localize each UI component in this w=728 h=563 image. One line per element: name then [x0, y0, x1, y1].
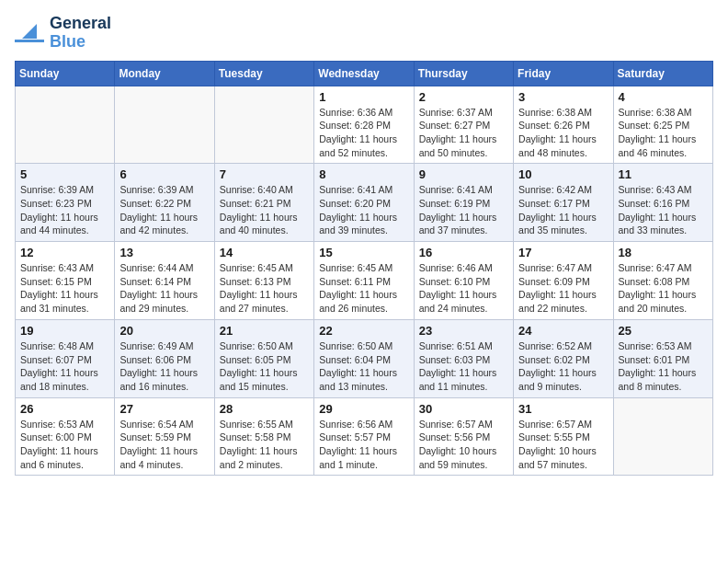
calendar-header-thursday: Thursday: [414, 61, 513, 86]
day-number: 14: [220, 246, 309, 259]
calendar-cell: 12Sunrise: 6:43 AM Sunset: 6:15 PM Dayli…: [16, 242, 115, 320]
day-number: 21: [220, 324, 309, 338]
calendar-cell: 27Sunrise: 6:54 AM Sunset: 5:59 PM Dayli…: [115, 397, 214, 476]
day-info: Sunrise: 6:48 AM Sunset: 6:07 PM Dayligh…: [20, 339, 109, 394]
calendar-cell: 2Sunrise: 6:37 AM Sunset: 6:27 PM Daylig…: [414, 86, 513, 164]
calendar-header-sunday: Sunday: [16, 61, 115, 86]
day-number: 27: [119, 402, 209, 416]
calendar-cell: 3Sunrise: 6:38 AM Sunset: 6:26 PM Daylig…: [514, 86, 613, 164]
day-info: Sunrise: 6:57 AM Sunset: 5:56 PM Dayligh…: [419, 418, 508, 472]
day-info: Sunrise: 6:50 AM Sunset: 6:04 PM Dayligh…: [319, 339, 408, 394]
day-info: Sunrise: 6:41 AM Sunset: 6:20 PM Dayligh…: [319, 183, 408, 237]
calendar-week-2: 5Sunrise: 6:39 AM Sunset: 6:23 PM Daylig…: [16, 164, 713, 242]
day-number: 28: [220, 402, 309, 416]
day-number: 22: [319, 324, 408, 338]
day-number: 2: [419, 90, 508, 104]
calendar-cell: 28Sunrise: 6:55 AM Sunset: 5:58 PM Dayli…: [214, 397, 313, 476]
day-info: Sunrise: 6:47 AM Sunset: 6:08 PM Dayligh…: [619, 261, 708, 316]
calendar-cell: 29Sunrise: 6:56 AM Sunset: 5:57 PM Dayli…: [314, 397, 414, 476]
calendar-header-friday: Friday: [514, 61, 613, 86]
day-info: Sunrise: 6:41 AM Sunset: 6:19 PM Dayligh…: [419, 183, 508, 237]
day-info: Sunrise: 6:51 AM Sunset: 6:03 PM Dayligh…: [419, 339, 508, 394]
day-info: Sunrise: 6:45 AM Sunset: 6:13 PM Dayligh…: [220, 261, 309, 316]
day-number: 11: [619, 167, 708, 181]
day-number: 3: [518, 90, 608, 104]
day-number: 30: [419, 402, 508, 416]
calendar-body: 1Sunrise: 6:36 AM Sunset: 6:28 PM Daylig…: [16, 86, 713, 476]
logo: General Blue: [15, 15, 111, 52]
calendar-cell: 17Sunrise: 6:47 AM Sunset: 6:09 PM Dayli…: [514, 242, 613, 320]
day-number: 24: [518, 324, 608, 338]
day-info: Sunrise: 6:56 AM Sunset: 5:57 PM Dayligh…: [319, 418, 408, 472]
calendar-cell: 20Sunrise: 6:49 AM Sunset: 6:06 PM Dayli…: [115, 319, 214, 397]
day-number: 23: [419, 324, 508, 338]
calendar-cell: 5Sunrise: 6:39 AM Sunset: 6:23 PM Daylig…: [16, 164, 115, 242]
calendar-cell: 22Sunrise: 6:50 AM Sunset: 6:04 PM Dayli…: [314, 319, 414, 397]
day-info: Sunrise: 6:50 AM Sunset: 6:05 PM Dayligh…: [220, 339, 309, 394]
calendar-cell: 1Sunrise: 6:36 AM Sunset: 6:28 PM Daylig…: [314, 86, 414, 164]
calendar-cell: 6Sunrise: 6:39 AM Sunset: 6:22 PM Daylig…: [115, 164, 214, 242]
calendar-cell: 4Sunrise: 6:38 AM Sunset: 6:25 PM Daylig…: [613, 86, 712, 164]
calendar-cell: 15Sunrise: 6:45 AM Sunset: 6:11 PM Dayli…: [314, 242, 414, 320]
calendar-cell: 26Sunrise: 6:53 AM Sunset: 6:00 PM Dayli…: [16, 397, 115, 476]
calendar-header-wednesday: Wednesday: [314, 61, 414, 86]
day-info: Sunrise: 6:43 AM Sunset: 6:15 PM Dayligh…: [20, 261, 109, 316]
calendar-cell: 9Sunrise: 6:41 AM Sunset: 6:19 PM Daylig…: [414, 164, 513, 242]
calendar-cell: 21Sunrise: 6:50 AM Sunset: 6:05 PM Dayli…: [214, 319, 313, 397]
day-info: Sunrise: 6:40 AM Sunset: 6:21 PM Dayligh…: [220, 183, 309, 237]
day-info: Sunrise: 6:39 AM Sunset: 6:22 PM Dayligh…: [119, 183, 209, 237]
day-info: Sunrise: 6:36 AM Sunset: 6:28 PM Dayligh…: [319, 106, 408, 160]
day-number: 20: [119, 324, 209, 338]
day-number: 31: [518, 402, 608, 416]
day-info: Sunrise: 6:55 AM Sunset: 5:58 PM Dayligh…: [220, 418, 309, 472]
day-info: Sunrise: 6:37 AM Sunset: 6:27 PM Dayligh…: [419, 106, 508, 160]
day-number: 8: [319, 167, 408, 181]
calendar-table: SundayMondayTuesdayWednesdayThursdayFrid…: [15, 61, 713, 477]
calendar-cell: 7Sunrise: 6:40 AM Sunset: 6:21 PM Daylig…: [214, 164, 313, 242]
calendar-cell: 31Sunrise: 6:57 AM Sunset: 5:55 PM Dayli…: [514, 397, 613, 476]
day-number: 19: [20, 324, 109, 338]
day-number: 7: [220, 167, 309, 181]
day-number: 26: [20, 402, 109, 416]
calendar-cell: [214, 86, 313, 164]
day-info: Sunrise: 6:54 AM Sunset: 5:59 PM Dayligh…: [119, 418, 209, 472]
day-number: 10: [518, 167, 608, 181]
day-info: Sunrise: 6:38 AM Sunset: 6:25 PM Dayligh…: [619, 106, 708, 160]
calendar-cell: 24Sunrise: 6:52 AM Sunset: 6:02 PM Dayli…: [514, 319, 613, 397]
day-number: 18: [619, 246, 708, 259]
calendar-cell: 25Sunrise: 6:53 AM Sunset: 6:01 PM Dayli…: [613, 319, 712, 397]
day-number: 6: [119, 167, 209, 181]
day-info: Sunrise: 6:42 AM Sunset: 6:17 PM Dayligh…: [518, 183, 608, 237]
day-info: Sunrise: 6:46 AM Sunset: 6:10 PM Dayligh…: [419, 261, 508, 316]
calendar-cell: 23Sunrise: 6:51 AM Sunset: 6:03 PM Dayli…: [414, 319, 513, 397]
calendar-header-saturday: Saturday: [613, 61, 712, 86]
logo-blue: Blue: [50, 33, 111, 52]
day-info: Sunrise: 6:38 AM Sunset: 6:26 PM Dayligh…: [518, 106, 608, 160]
day-info: Sunrise: 6:43 AM Sunset: 6:16 PM Dayligh…: [619, 183, 708, 237]
calendar-cell: 8Sunrise: 6:41 AM Sunset: 6:20 PM Daylig…: [314, 164, 414, 242]
day-number: 4: [619, 90, 708, 104]
day-info: Sunrise: 6:53 AM Sunset: 6:00 PM Dayligh…: [20, 418, 109, 472]
calendar-cell: 18Sunrise: 6:47 AM Sunset: 6:08 PM Dayli…: [613, 242, 712, 320]
calendar-cell: [115, 86, 214, 164]
day-number: 9: [419, 167, 508, 181]
calendar-cell: 11Sunrise: 6:43 AM Sunset: 6:16 PM Dayli…: [613, 164, 712, 242]
calendar-week-1: 1Sunrise: 6:36 AM Sunset: 6:28 PM Daylig…: [16, 86, 713, 164]
day-number: 29: [319, 402, 408, 416]
calendar-cell: 13Sunrise: 6:44 AM Sunset: 6:14 PM Dayli…: [115, 242, 214, 320]
day-info: Sunrise: 6:47 AM Sunset: 6:09 PM Dayligh…: [518, 261, 608, 316]
calendar-header-monday: Monday: [115, 61, 214, 86]
calendar-cell: 10Sunrise: 6:42 AM Sunset: 6:17 PM Dayli…: [514, 164, 613, 242]
day-info: Sunrise: 6:45 AM Sunset: 6:11 PM Dayligh…: [319, 261, 408, 316]
calendar-cell: 19Sunrise: 6:48 AM Sunset: 6:07 PM Dayli…: [16, 319, 115, 397]
day-number: 25: [619, 324, 708, 338]
day-info: Sunrise: 6:39 AM Sunset: 6:23 PM Dayligh…: [20, 183, 109, 237]
day-info: Sunrise: 6:52 AM Sunset: 6:02 PM Dayligh…: [518, 339, 608, 394]
calendar-cell: 16Sunrise: 6:46 AM Sunset: 6:10 PM Dayli…: [414, 242, 513, 320]
calendar-header-row: SundayMondayTuesdayWednesdayThursdayFrid…: [16, 61, 713, 86]
page-header: General Blue: [15, 15, 713, 52]
calendar-week-5: 26Sunrise: 6:53 AM Sunset: 6:00 PM Dayli…: [16, 397, 713, 476]
day-info: Sunrise: 6:44 AM Sunset: 6:14 PM Dayligh…: [119, 261, 209, 316]
day-number: 13: [119, 246, 209, 259]
calendar-cell: [16, 86, 115, 164]
